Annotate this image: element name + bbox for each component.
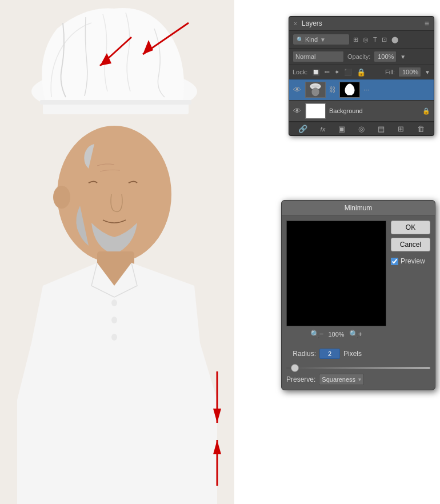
delete-layer-icon[interactable]: 🗑 (417, 125, 425, 133)
preview-canvas (286, 221, 386, 326)
lock-transparency-icon[interactable]: 🔲 (311, 68, 321, 77)
zoom-value: 100% (328, 331, 344, 338)
chef-image-area (0, 0, 234, 504)
radius-slider-row (282, 366, 435, 371)
layer-0-thumbnail (305, 82, 326, 98)
blend-mode-select[interactable]: Normal Multiply Screen (293, 51, 344, 62)
svg-rect-3 (40, 100, 191, 105)
layer-0-more-icon[interactable]: ··· (363, 86, 369, 94)
minimum-dialog: Minimum 🔍− 100% 🔍+ OK Cancel Preview Rad… (281, 200, 435, 390)
svg-point-5 (53, 186, 70, 209)
preserve-select-wrapper[interactable]: Squareness Roundness (319, 374, 364, 385)
radius-slider-track (286, 367, 430, 369)
layers-search-row: 🔍 Kind ▼ ⊞ ◎ T ⊡ ⬤ (289, 31, 434, 49)
layer-row-background[interactable]: 👁 Minimum Background 🔒 (289, 101, 434, 122)
background-thumbnail (305, 103, 326, 119)
svg-point-8 (111, 317, 117, 323)
filter-pixel-icon[interactable]: ⊞ (352, 35, 359, 44)
dialog-buttons: OK Cancel Preview (391, 221, 430, 342)
filter-smart-icon[interactable]: ⬤ (390, 35, 399, 44)
cancel-button[interactable]: Cancel (391, 238, 430, 251)
preview-checkbox[interactable] (391, 258, 398, 265)
lock-all-icon[interactable]: 🔒 (355, 67, 367, 77)
background-visibility[interactable]: 👁 (293, 106, 302, 115)
adjustment-layer-icon[interactable]: ◎ (358, 125, 365, 133)
filter-icons: ⊞ ◎ T ⊡ ⬤ (352, 35, 399, 44)
panel-close-button[interactable]: × (294, 21, 297, 27)
panel-toolbar: 🔗 fx ▣ ◎ ▤ ⊞ 🗑 (289, 122, 434, 135)
preview-area: 🔍− 100% 🔍+ (286, 221, 386, 342)
layer-mask-icon[interactable]: ▣ (338, 125, 345, 133)
layer-group-icon[interactable]: ▤ (378, 125, 385, 133)
fill-input[interactable]: 100% (398, 67, 421, 77)
preserve-label: Preserve: (286, 375, 315, 383)
dialog-title: Minimum (345, 204, 373, 212)
filter-adjustment-icon[interactable]: ◎ (362, 35, 370, 44)
dialog-titlebar: Minimum (282, 201, 435, 216)
zoom-bar: 🔍− 100% 🔍+ (286, 326, 386, 342)
layer-row-0[interactable]: 👁 ⛓ ··· (289, 79, 434, 101)
layer-0-visibility[interactable]: 👁 (293, 85, 302, 94)
lock-artboard-icon[interactable]: ⬛ (343, 68, 353, 77)
opacity-input[interactable]: 100% (374, 51, 397, 62)
opacity-label: Opacity: (347, 53, 370, 60)
preview-check-row: Preview (391, 257, 430, 265)
fill-chevron: ▼ (425, 69, 430, 75)
dialog-body: 🔍− 100% 🔍+ OK Cancel Preview (282, 216, 435, 346)
preserve-select[interactable]: Squareness Roundness (319, 374, 364, 385)
preserve-row: Preserve: Squareness Roundness (282, 371, 435, 390)
filter-type-icon[interactable]: T (372, 35, 378, 43)
fill-label: Fill: (385, 69, 395, 75)
svg-rect-21 (311, 85, 319, 87)
preview-label: Preview (401, 257, 425, 265)
svg-point-9 (111, 334, 117, 341)
background-lock-icon: 🔒 (422, 107, 430, 115)
radius-unit: Pixels (343, 350, 362, 358)
layers-panel: × Layers ≡ 🔍 Kind ▼ ⊞ ◎ T ⊡ ⬤ Normal Mul… (289, 16, 434, 136)
background-name: Background (329, 107, 419, 114)
svg-point-20 (311, 87, 319, 96)
panel-titlebar: × Layers ≡ (289, 17, 434, 31)
radius-slider-thumb[interactable] (291, 364, 299, 372)
ok-button[interactable]: OK (391, 221, 430, 234)
blend-opacity-row: Normal Multiply Screen Opacity: 100% ▼ (289, 49, 434, 65)
svg-point-7 (111, 299, 117, 306)
kind-filter[interactable]: 🔍 Kind ▼ (293, 34, 350, 45)
lock-row: Lock: 🔲 ✏ ✦ ⬛ 🔒 Fill: 100% ▼ (289, 65, 434, 79)
layer-0-chain-icon[interactable]: ⛓ (329, 86, 336, 94)
lock-label: Lock: (293, 69, 307, 75)
radius-label: Radius: (286, 350, 316, 358)
lock-paint-icon[interactable]: ✏ (323, 68, 331, 77)
svg-point-23 (347, 84, 352, 89)
panel-title: Layers (302, 19, 322, 27)
opacity-chevron: ▼ (400, 54, 406, 60)
link-layers-icon[interactable]: 🔗 (298, 125, 307, 133)
filter-shape-icon[interactable]: ⊡ (381, 35, 388, 44)
radius-field-row: Radius: 2 Pixels (282, 346, 435, 366)
zoom-out-icon[interactable]: 🔍− (310, 330, 324, 338)
layer-effects-icon[interactable]: fx (321, 126, 326, 133)
new-layer-icon[interactable]: ⊞ (398, 125, 404, 133)
panel-menu-icon[interactable]: ≡ (425, 19, 429, 28)
radius-input[interactable]: 2 (319, 349, 340, 359)
layer-0-mask-thumbnail (339, 82, 360, 98)
chef-svg (0, 0, 234, 504)
zoom-in-icon[interactable]: 🔍+ (349, 330, 363, 338)
lock-move-icon[interactable]: ✦ (333, 68, 341, 77)
